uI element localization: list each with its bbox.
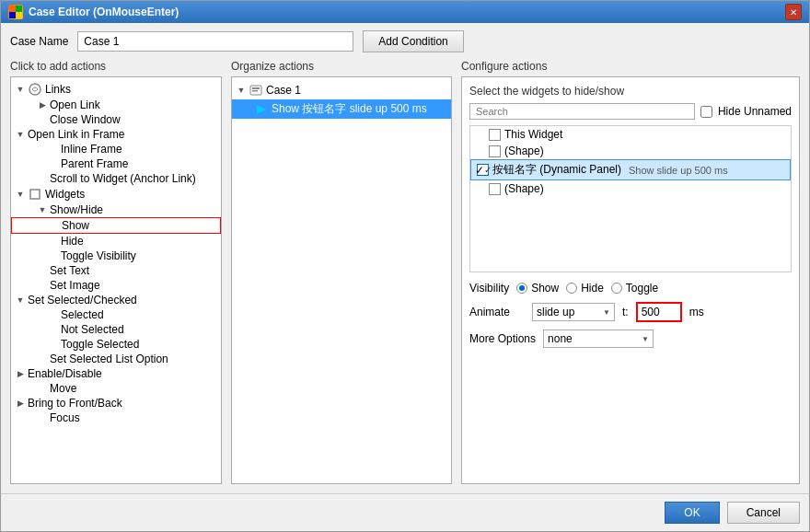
section-widgets[interactable]: ▼ Widgets [11, 186, 221, 202]
widget-row-this[interactable]: This Widget [470, 126, 791, 143]
links-icon [28, 82, 42, 97]
shape1-label: (Shape) [504, 145, 544, 157]
section-open-link-frame[interactable]: ▼ Open Link in Frame [11, 127, 221, 142]
right-panel-title: Configure actions [461, 60, 800, 73]
case-name-input[interactable] [77, 31, 353, 52]
set-selected-list-item[interactable]: Set Selected List Option [11, 352, 221, 366]
shape2-checkbox[interactable] [489, 183, 501, 195]
btn-name-checkbox[interactable]: ✓ [477, 164, 489, 176]
show-hide-label: Show/Hide [50, 203, 103, 216]
set-image-item[interactable]: Set Image [11, 278, 221, 293]
visibility-hide-label[interactable]: Hide [566, 282, 604, 295]
section-show-hide[interactable]: ▼ Show/Hide [11, 202, 221, 217]
visibility-show-label[interactable]: Show [516, 282, 559, 295]
hide-item[interactable]: Hide [11, 234, 221, 249]
show-label: Show [62, 219, 89, 232]
enable-disable-label: Enable/Disable [28, 367, 102, 380]
set-selected-arrow: ▼ [15, 295, 26, 306]
action1-label: Show 按钮名字 slide up 500 ms [272, 101, 427, 117]
widgets-icon [28, 187, 42, 202]
links-label: Links [45, 83, 71, 96]
svg-rect-0 [9, 6, 16, 12]
this-widget-label: This Widget [504, 128, 562, 141]
parent-frame-item[interactable]: Parent Frame [11, 156, 221, 171]
case1-label: Case 1 [266, 84, 301, 97]
move-label: Move [50, 382, 76, 395]
svg-marker-9 [257, 105, 266, 114]
visibility-label: Visibility [469, 282, 509, 295]
action1-row[interactable]: Show 按钮名字 slide up 500 ms [232, 99, 451, 119]
svg-rect-1 [16, 6, 22, 12]
toggle-selected-item[interactable]: Toggle Selected [11, 337, 221, 352]
section-bring-front-back[interactable]: ▶ Bring to Front/Back [11, 396, 221, 411]
bring-arrow: ▶ [15, 398, 26, 409]
widgets-arrow: ▼ [15, 189, 26, 200]
animate-dropdown-arrow: ▼ [603, 308, 610, 317]
not-selected-label: Not Selected [61, 323, 124, 336]
visibility-hide-radio[interactable] [566, 283, 577, 294]
case1-row[interactable]: ▼ Case 1 [232, 81, 451, 99]
svg-rect-5 [30, 190, 40, 199]
t-label: t: [622, 306, 629, 318]
title-bar: Case Editor (OnMouseEnter) ✕ [1, 1, 809, 23]
visibility-row: Visibility Show Hide Toggle [469, 282, 792, 295]
show-slide-label: Show slide up 500 ms [629, 165, 728, 176]
animate-type-value: slide up [537, 306, 574, 318]
section-enable-disable[interactable]: ▶ Enable/Disable [11, 366, 221, 381]
window-close-button[interactable]: ✕ [785, 4, 802, 20]
hide-unnamed-label: Hide Unnamed [718, 105, 792, 118]
inline-frame-label: Inline Frame [61, 143, 122, 156]
widget-list: This Widget (Shape) ✓ 按钮名字 (Dynamic Pane… [469, 125, 792, 272]
more-options-dropdown[interactable]: none ▼ [543, 330, 654, 348]
hide-label: Hide [61, 235, 84, 248]
svg-point-4 [29, 84, 40, 95]
shape1-checkbox[interactable] [489, 145, 501, 157]
cancel-button[interactable]: Cancel [727, 502, 800, 524]
hide-unnamed-checkbox[interactable] [700, 106, 712, 118]
widget-row-shape2[interactable]: (Shape) [470, 180, 791, 197]
scroll-widget-label: Scroll to Widget (Anchor Link) [50, 172, 196, 185]
title-bar-left: Case Editor (OnMouseEnter) [8, 5, 179, 19]
section-set-selected[interactable]: ▼ Set Selected/Checked [11, 293, 221, 307]
organize-tree: ▼ Case 1 [231, 76, 452, 484]
move-item[interactable]: Move [11, 381, 221, 396]
section-links[interactable]: ▼ Links [11, 81, 221, 98]
selected-item[interactable]: Selected [11, 307, 221, 322]
middle-panel-title: Organize actions [231, 60, 452, 73]
visibility-toggle-radio[interactable] [611, 283, 622, 294]
toggle-visibility-item[interactable]: Toggle Visibility [11, 249, 221, 263]
show-item[interactable]: Show [11, 217, 221, 234]
set-text-item[interactable]: Set Text [11, 263, 221, 278]
inline-frame-item[interactable]: Inline Frame [11, 142, 221, 156]
focus-label: Focus [50, 411, 80, 424]
visibility-hide-text: Hide [581, 282, 604, 295]
add-condition-button[interactable]: Add Condition [363, 30, 463, 52]
parent-frame-label: Parent Frame [61, 157, 128, 170]
search-input[interactable] [469, 103, 695, 120]
widget-row-shape1[interactable]: (Shape) [470, 143, 791, 159]
case1-icon [249, 83, 263, 98]
close-window-item[interactable]: Close Window [11, 112, 221, 127]
select-widgets-label: Select the widgets to hide/show [469, 85, 792, 98]
not-selected-item[interactable]: Not Selected [11, 322, 221, 337]
case-name-bar: Case Name Add Condition [1, 23, 809, 60]
focus-item[interactable]: Focus [11, 411, 221, 425]
animate-type-dropdown[interactable]: slide up ▼ [532, 303, 615, 321]
open-link-item[interactable]: ▶ Open Link [11, 98, 221, 112]
scroll-widget-item[interactable]: Scroll to Widget (Anchor Link) [11, 171, 221, 186]
ok-button[interactable]: OK [665, 502, 719, 524]
bottom-bar: OK Cancel [1, 493, 809, 531]
open-link-frame-arrow: ▼ [15, 129, 26, 140]
animate-value-input[interactable] [636, 302, 682, 322]
visibility-show-radio[interactable] [516, 283, 527, 294]
widget-row-btn-name[interactable]: ✓ 按钮名字 (Dynamic Panel) Show slide up 500… [470, 159, 791, 180]
toggle-selected-label: Toggle Selected [61, 338, 139, 351]
this-widget-checkbox[interactable] [489, 129, 501, 141]
more-options-value: none [548, 332, 573, 345]
more-options-label: More Options [469, 332, 536, 345]
ms-label: ms [689, 306, 704, 318]
visibility-toggle-label[interactable]: Toggle [611, 282, 658, 295]
shape2-label: (Shape) [504, 182, 544, 195]
more-options-row: More Options none ▼ [469, 330, 792, 348]
set-selected-list-label: Set Selected List Option [50, 353, 168, 365]
